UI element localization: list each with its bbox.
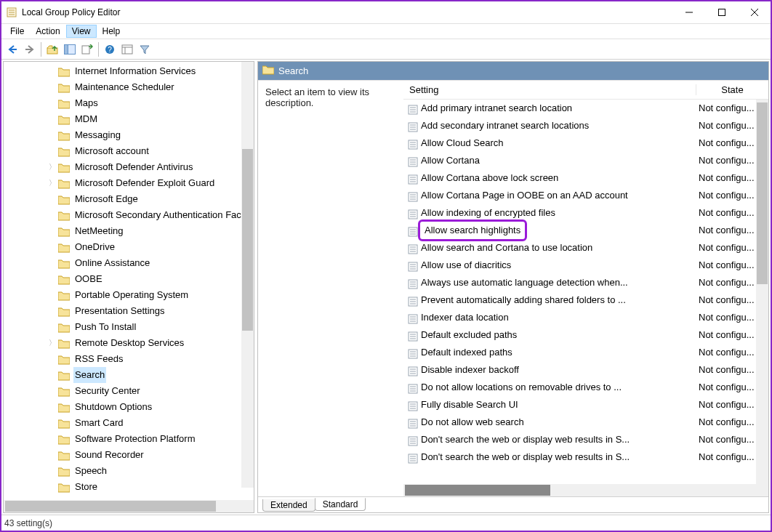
tree-item[interactable]: Software Protection Platform [4,431,254,447]
tab-extended[interactable]: Extended [262,499,315,512]
setting-row[interactable]: Default indexed pathsNot configu... [403,344,768,361]
tree-item-label: Software Protection Platform [73,431,196,447]
setting-name: Prevent automatically adding shared fold… [403,291,696,309]
setting-row[interactable]: Always use automatic language detection … [403,274,768,291]
chevron-right-icon [47,146,57,156]
tree-item-label: Store [73,479,99,495]
tree-item[interactable]: Security Center [4,383,254,399]
settings-horizontal-scrollbar-thumb[interactable] [405,485,550,496]
settings-header: Setting State [403,81,768,100]
tree-item[interactable]: Internet Information Services [4,63,254,79]
export-button[interactable] [79,41,95,57]
setting-row[interactable]: Do not allow locations on removable driv… [403,379,768,396]
show-hide-tree-button[interactable] [62,41,78,57]
settings-horizontal-scrollbar[interactable] [403,484,768,496]
forward-button[interactable] [22,41,38,57]
menu-help[interactable]: Help [97,25,126,38]
setting-name: Do not allow web search [403,414,696,431]
tab-standard[interactable]: Standard [315,498,366,511]
tree-item[interactable]: Online Assistance [4,255,254,271]
setting-row[interactable]: Allow Cortana above lock screenNot confi… [403,169,768,187]
tree-item-label: Presentation Settings [73,303,166,319]
properties-button[interactable] [119,41,135,57]
tree-item[interactable]: Maintenance Scheduler [4,79,254,95]
setting-row[interactable]: Allow use of diacriticsNot configu... [403,257,768,274]
setting-row[interactable]: Default excluded pathsNot configu... [403,326,768,344]
minimize-button[interactable] [672,1,705,23]
setting-name: Default indexed paths [403,344,696,361]
setting-name: Disable indexer backoff [403,361,696,379]
tree-item[interactable]: NetMeeting [4,223,254,239]
tree-item[interactable]: Sound Recorder [4,447,254,463]
chevron-right-icon [47,354,57,364]
setting-row[interactable]: Fully disable Search UINot configu... [403,396,768,414]
svg-text:?: ? [108,46,112,54]
column-header-setting[interactable]: Setting [403,84,696,95]
column-header-state[interactable]: State [696,84,768,95]
setting-name: Default excluded paths [403,326,696,344]
tree-item[interactable]: Smart Card [4,415,254,431]
chevron-right-icon [47,306,57,316]
svg-rect-14 [122,45,132,54]
tree-item[interactable]: Store [4,479,254,495]
tree-item[interactable]: Microsoft Secondary Authentication Facto… [4,207,254,223]
tree-horizontal-scrollbar-thumb[interactable] [5,501,216,512]
folder-icon [58,290,70,300]
setting-row[interactable]: Allow search and Cortana to use location… [403,239,768,257]
tree-vertical-scrollbar[interactable] [241,62,254,488]
settings-vertical-scrollbar-thumb[interactable] [757,102,768,284]
chevron-right-icon [47,98,57,108]
setting-row[interactable]: Add secondary intranet search locationsN… [403,117,768,134]
setting-row[interactable]: Do not allow web searchNot configu... [403,414,768,431]
setting-row[interactable]: Disable indexer backoffNot configu... [403,361,768,379]
setting-row[interactable]: Allow Cloud SearchNot configu... [403,134,768,152]
menu-view[interactable]: View [66,25,97,38]
setting-row[interactable]: Add primary intranet search locationNot … [403,100,768,117]
setting-row[interactable]: Prevent automatically adding shared fold… [403,291,768,309]
tree-item[interactable]: OneDrive [4,239,254,255]
back-button[interactable] [4,41,20,57]
description-column: Select an item to view its description. [258,81,403,496]
tree-item[interactable]: Push To Install [4,319,254,335]
tree-item[interactable]: Microsoft Edge [4,191,254,207]
tree-item[interactable]: Presentation Settings [4,303,254,319]
tree-item[interactable]: Speech [4,463,254,479]
tree-scroll: Internet Information ServicesMaintenance… [4,62,254,500]
setting-row[interactable]: Indexer data locationNot configu... [403,309,768,326]
tree-item[interactable]: 〉Remote Desktop Services [4,335,254,351]
tree-item[interactable]: Portable Operating System [4,287,254,303]
setting-row[interactable]: Don't search the web or display web resu… [403,431,768,448]
tree-item-label: Remote Desktop Services [73,335,185,351]
filter-button[interactable] [137,41,153,57]
tree-item[interactable]: Messaging [4,127,254,143]
tree-item[interactable]: Maps [4,95,254,111]
tree-item-label: Portable Operating System [73,287,190,303]
tree-item[interactable]: 〉Microsoft Defender Exploit Guard [4,175,254,191]
tree-item[interactable]: Search [4,367,254,383]
menu-action[interactable]: Action [30,25,65,38]
settings-vertical-scrollbar[interactable] [756,100,768,484]
chevron-right-icon[interactable]: 〉 [47,338,57,348]
tree-item[interactable]: MDM [4,111,254,127]
setting-row[interactable]: Allow search highlightsNot configu... [403,222,768,239]
maximize-button[interactable] [705,1,738,23]
chevron-right-icon[interactable]: 〉 [47,178,57,188]
setting-row[interactable]: Don't search the web or display web resu… [403,448,768,466]
tree-vertical-scrollbar-thumb[interactable] [242,149,253,331]
tree-item[interactable]: 〉Microsoft Defender Antivirus [4,159,254,175]
tree-item[interactable]: OOBE [4,271,254,287]
help-button[interactable]: ? [102,41,118,57]
up-button[interactable] [44,41,60,57]
chevron-right-icon[interactable]: 〉 [47,162,57,172]
menu-file[interactable]: File [4,25,30,38]
tree-item[interactable]: Shutdown Options [4,399,254,415]
setting-row[interactable]: Allow CortanaNot configu... [403,152,768,169]
folder-icon [58,130,70,140]
tree-horizontal-scrollbar[interactable] [4,500,254,512]
chevron-right-icon [47,322,57,332]
close-button[interactable] [738,1,771,23]
settings-column: Setting State Add primary intranet searc… [403,81,768,496]
setting-row[interactable]: Allow Cortana Page in OOBE on an AAD acc… [403,187,768,204]
tree-item[interactable]: RSS Feeds [4,351,254,367]
tree-item[interactable]: Microsoft account [4,143,254,159]
